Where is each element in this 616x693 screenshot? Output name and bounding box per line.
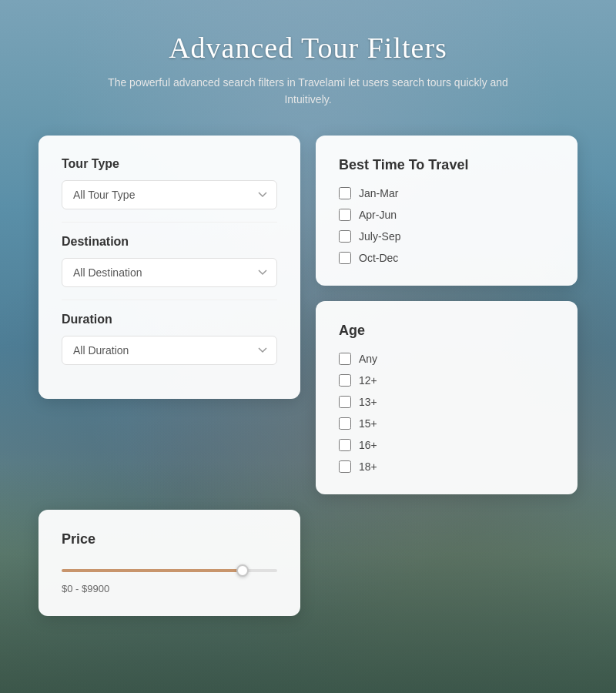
july-sep-label: July-Sep <box>359 230 400 243</box>
list-item[interactable]: July-Sep <box>339 230 554 243</box>
duration-group: Duration All Duration 1-3 Days 4-7 Days … <box>62 313 277 365</box>
apr-jun-checkbox[interactable] <box>339 209 351 221</box>
age-16-checkbox[interactable] <box>339 439 351 451</box>
list-item[interactable]: Apr-Jun <box>339 209 554 221</box>
list-item[interactable]: 16+ <box>339 439 554 451</box>
page-subtitle: The powerful advanced search filters in … <box>100 74 516 109</box>
oct-dec-label: Oct-Dec <box>359 252 398 264</box>
age-18-checkbox[interactable] <box>339 460 351 473</box>
list-item[interactable]: 12+ <box>339 374 554 387</box>
left-filter-card: Tour Type All Tour Type Adventure Cultur… <box>38 136 300 399</box>
list-item[interactable]: Jan-Mar <box>339 187 554 199</box>
divider-1 <box>62 222 277 223</box>
tour-type-group: Tour Type All Tour Type Adventure Cultur… <box>62 157 277 209</box>
list-item[interactable]: 18+ <box>339 460 554 473</box>
price-range-label: $0 - $9900 <box>62 583 277 594</box>
best-time-list: Jan-Mar Apr-Jun July-Sep Oct-Dec <box>339 187 554 264</box>
list-item[interactable]: Oct-Dec <box>339 252 554 264</box>
duration-label: Duration <box>62 313 277 326</box>
age-13-label: 13+ <box>359 396 377 408</box>
destination-label: Destination <box>62 235 277 249</box>
age-15-label: 15+ <box>359 417 377 430</box>
price-title: Price <box>62 531 277 547</box>
right-column: Best Time To Travel Jan-Mar Apr-Jun July… <box>316 136 578 494</box>
destination-group: Destination All Destination Europe Asia … <box>62 235 277 287</box>
age-18-label: 18+ <box>359 460 377 473</box>
apr-jun-label: Apr-Jun <box>359 209 397 221</box>
tour-type-select[interactable]: All Tour Type Adventure Cultural Nature … <box>62 180 277 209</box>
age-any-checkbox[interactable] <box>339 353 351 365</box>
age-title: Age <box>339 323 554 339</box>
list-item[interactable]: Any <box>339 353 554 365</box>
tour-type-label: Tour Type <box>62 157 277 171</box>
list-item[interactable]: 15+ <box>339 417 554 430</box>
list-item[interactable]: 13+ <box>339 396 554 408</box>
oct-dec-checkbox[interactable] <box>339 252 351 264</box>
price-slider[interactable] <box>62 569 277 572</box>
age-list: Any 12+ 13+ 15+ <box>339 353 554 473</box>
age-15-checkbox[interactable] <box>339 417 351 430</box>
divider-2 <box>62 300 277 300</box>
filters-grid: Tour Type All Tour Type Adventure Cultur… <box>38 136 578 616</box>
destination-select[interactable]: All Destination Europe Asia Americas Afr… <box>62 258 277 287</box>
july-sep-checkbox[interactable] <box>339 230 351 243</box>
page-header: Advanced Tour Filters The powerful advan… <box>38 31 578 109</box>
duration-select[interactable]: All Duration 1-3 Days 4-7 Days 8-14 Days… <box>62 336 277 365</box>
jan-mar-label: Jan-Mar <box>359 187 398 199</box>
page-title: Advanced Tour Filters <box>38 31 578 65</box>
age-12-label: 12+ <box>359 374 377 387</box>
age-12-checkbox[interactable] <box>339 374 351 387</box>
best-time-card: Best Time To Travel Jan-Mar Apr-Jun July… <box>316 136 578 286</box>
jan-mar-checkbox[interactable] <box>339 187 351 199</box>
price-card: Price $0 - $9900 <box>38 510 300 616</box>
price-slider-container <box>62 561 277 575</box>
age-card: Age Any 12+ 13+ <box>316 301 578 494</box>
age-any-label: Any <box>359 353 377 365</box>
age-13-checkbox[interactable] <box>339 396 351 408</box>
age-16-label: 16+ <box>359 439 377 451</box>
best-time-title: Best Time To Travel <box>339 157 554 173</box>
